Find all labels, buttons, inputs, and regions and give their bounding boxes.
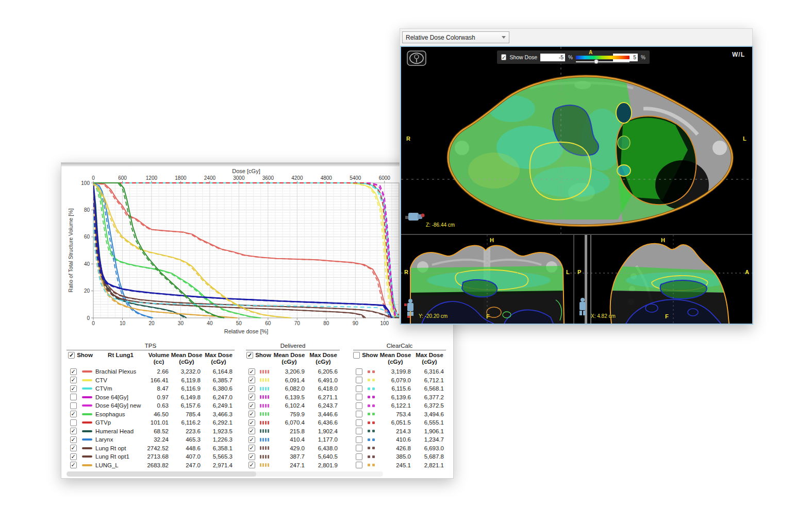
target-contour-yellow [530,142,591,200]
tps-show-checkbox[interactable] [70,445,77,451]
clearcalc-style-swatch [368,396,375,398]
delivered-max-value: 6,243.7 [307,401,340,410]
tps-show-checkbox[interactable] [70,462,77,468]
sagittal-view[interactable]: H P A F X: 4.82 cm [574,235,752,324]
tps-color-swatch [82,404,92,407]
tps-max-value: 5,565.3 [203,452,235,461]
dose-slider-thumb[interactable] [594,59,599,64]
delivered-max-value: 6,205.6 [307,367,340,376]
tps-mean-value: 6,116.9 [171,384,203,393]
delivered-show-checkbox-cell [246,410,257,419]
delivered-show-checkbox[interactable] [248,368,255,375]
ct-viewer-panel: Relative Dose Colorwash [400,28,753,325]
svg-text:2400: 2400 [204,175,216,181]
clearcalc-max-column-header: Max Dose(cGy) [413,352,446,367]
tps-show-checkbox-cell [67,367,80,376]
window-level-button[interactable]: W/L [732,51,745,58]
delivered-mean-value: 6,082.0 [272,384,307,393]
colorwash-mode-dropdown[interactable]: Relative Dose Colorwash [402,31,509,43]
delivered-show-header-checkbox[interactable] [246,352,253,359]
delivered-show-checkbox[interactable] [248,428,255,434]
spacer [340,418,353,427]
clearcalc-show-checkbox-cell [353,418,364,427]
clearcalc-style-swatch-cell [364,435,378,444]
group-header-delivered: Delivered [246,340,340,350]
delivered-show-checkbox[interactable] [248,377,255,383]
tps-show-checkbox[interactable] [70,402,77,409]
structure-name: Lung Rt opt [94,444,147,453]
tps-show-checkbox[interactable] [70,368,77,375]
delivered-show-checkbox[interactable] [248,411,255,417]
tps-mean-value: 6,157.6 [171,401,203,410]
delivered-style-swatch-cell [257,410,272,419]
clearcalc-show-checkbox[interactable] [356,394,362,400]
orientation-label-right: R [404,269,408,275]
delivered-mean-value: 387.7 [272,452,307,461]
tps-show-checkbox[interactable] [70,428,77,434]
delivered-show-checkbox[interactable] [248,462,255,468]
tps-show-header-checkbox[interactable] [68,352,75,359]
clearcalc-show-checkbox[interactable] [356,436,362,443]
show-dose-label: Show Dose [509,54,537,60]
tps-max-value: 6,385.7 [203,376,235,385]
delivered-show-checkbox[interactable] [248,436,255,443]
svg-text:40: 40 [84,261,90,267]
delivered-mean-value: 429.0 [272,444,307,453]
dose-statistics-table: TPS Delivered ClearCalc Show Rt Lung1 Vo… [67,340,448,469]
clearcalc-show-checkbox[interactable] [356,419,362,426]
tps-show-checkbox[interactable] [70,436,77,443]
coronal-ct-image [401,235,573,324]
clearcalc-style-swatch-cell [364,410,378,419]
spacer [340,427,353,436]
delivered-style-swatch [260,395,269,399]
tps-show-checkbox[interactable] [70,419,77,426]
tps-max-value: 6,164.8 [203,367,235,376]
horizontal-scrollbar-thumb[interactable] [67,471,256,477]
clearcalc-show-header-checkbox[interactable] [353,352,360,359]
clearcalc-style-swatch-cell [364,427,378,436]
clearcalc-show-checkbox[interactable] [356,462,362,468]
clearcalc-show-checkbox-cell [353,376,364,385]
clearcalc-show-checkbox[interactable] [356,368,362,375]
delivered-mean-column-header: Mean Dose(cGy) [272,352,307,367]
spacer [235,418,246,427]
tps-color-swatch-cell [80,435,94,444]
clearcalc-show-checkbox[interactable] [356,411,362,417]
tps-show-checkbox[interactable] [70,377,77,383]
clearcalc-show-checkbox[interactable] [356,445,362,451]
clearcalc-show-checkbox[interactable] [356,385,362,392]
tps-color-swatch-cell [80,393,94,402]
tps-show-checkbox[interactable] [70,453,77,460]
delivered-show-checkbox[interactable] [248,385,255,392]
volume-value: 101.01 [147,418,171,427]
delivered-show-checkbox-cell [246,435,257,444]
tps-color-swatch [82,421,92,424]
axial-view[interactable]: R L Z: -86.44 cm W/L Show Dose % A [401,47,752,234]
tps-show-checkbox[interactable] [70,411,77,417]
delivered-show-checkbox[interactable] [248,402,255,409]
clearcalc-show-checkbox[interactable] [356,377,362,383]
show-dose-checkbox[interactable] [501,54,506,60]
spacer [340,435,353,444]
show-label: Show [77,352,93,358]
coronal-view[interactable]: H R L F Y: -20.20 cm [401,235,573,324]
clearcalc-show-checkbox-cell [353,401,364,410]
delivered-style-swatch-cell [257,435,272,444]
delivered-style-swatch-cell [257,444,272,453]
clearcalc-show-checkbox[interactable] [356,428,362,434]
clearcalc-show-checkbox[interactable] [356,453,362,460]
tps-max-column-header: Max Dose(cGy) [203,352,235,367]
delivered-show-checkbox[interactable] [248,453,255,460]
tps-show-checkbox[interactable] [70,385,77,392]
delivered-show-checkbox[interactable] [248,445,255,451]
delivered-show-checkbox[interactable] [248,394,255,400]
tps-show-checkbox[interactable] [70,394,77,400]
svg-text:3600: 3600 [262,175,274,181]
tps-max-value: 3,466.3 [203,410,235,419]
dose-min-input[interactable] [540,54,565,61]
delivered-show-checkbox[interactable] [248,419,255,426]
clearcalc-show-checkbox[interactable] [356,402,362,409]
spacer [235,367,246,376]
screen: 0600120018002400300036004200480054006000… [0,0,812,507]
svg-text:90: 90 [353,320,359,326]
